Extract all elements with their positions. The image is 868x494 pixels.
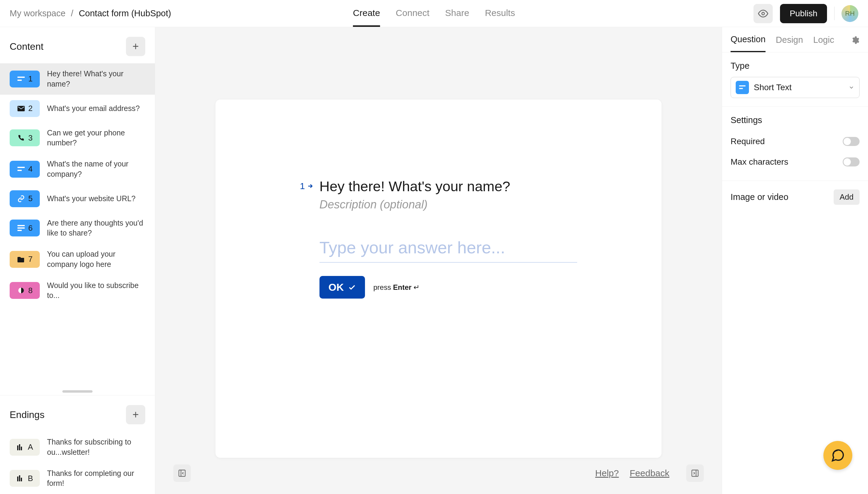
badge-number: 7 bbox=[28, 254, 33, 264]
chevron-down-icon bbox=[848, 84, 854, 91]
content-item-5[interactable]: 5 What's your website URL? bbox=[0, 185, 155, 213]
check-icon bbox=[348, 284, 356, 291]
short-text-icon bbox=[17, 165, 25, 173]
question-badge: 3 bbox=[9, 129, 40, 146]
chat-icon bbox=[831, 448, 845, 463]
add-ending-button[interactable]: + bbox=[126, 405, 145, 424]
enter-text: Enter bbox=[393, 283, 411, 291]
content-item-8[interactable]: 8 Would you like to subscribe to... bbox=[0, 275, 155, 306]
content-item-3[interactable]: 3 Can we get your phone number? bbox=[0, 122, 155, 154]
endings-heading: Endings bbox=[9, 409, 45, 420]
maxchars-row: Max characters bbox=[731, 152, 860, 172]
svg-rect-5 bbox=[18, 170, 22, 171]
phone-icon bbox=[17, 134, 25, 142]
right-tabs: Question Design Logic bbox=[722, 27, 868, 53]
canvas-area: 1 Hey there! What's your name? Descripti… bbox=[155, 27, 722, 494]
tab-design[interactable]: Design bbox=[776, 35, 803, 52]
badge-number: 2 bbox=[28, 104, 33, 113]
content-item-2[interactable]: 2 What's your email address? bbox=[0, 95, 155, 122]
ok-row: OK press Enter ↵ bbox=[319, 276, 577, 299]
ok-label: OK bbox=[329, 281, 344, 293]
topbar-actions: Publish RH bbox=[753, 4, 859, 23]
maxchars-label: Max characters bbox=[731, 157, 788, 167]
ending-badge: A bbox=[9, 439, 40, 456]
ending-icon bbox=[16, 474, 25, 482]
press-enter-hint: press Enter ↵ bbox=[373, 283, 419, 292]
long-text-icon bbox=[17, 224, 25, 232]
resize-handle[interactable] bbox=[62, 390, 93, 393]
chat-fab[interactable] bbox=[823, 441, 852, 470]
endings-section: Endings + A Thanks for subscribing to ou… bbox=[0, 395, 155, 494]
tab-connect[interactable]: Connect bbox=[396, 0, 430, 27]
feedback-link[interactable]: Feedback bbox=[630, 468, 669, 478]
question-canvas: 1 Hey there! What's your name? Descripti… bbox=[216, 99, 662, 458]
add-content-button[interactable]: + bbox=[126, 37, 145, 56]
settings-heading: Settings bbox=[731, 115, 860, 125]
svg-rect-10 bbox=[17, 445, 18, 450]
short-text-icon bbox=[739, 86, 746, 90]
canvas-footer: Help? Feedback bbox=[155, 464, 722, 482]
publish-button[interactable]: Publish bbox=[780, 4, 827, 23]
svg-rect-12 bbox=[21, 446, 22, 450]
breadcrumb: My workspace / Contact form (HubSpot) bbox=[9, 8, 171, 18]
content-list: 1 Hey there! What's your name? 2 What's … bbox=[0, 63, 155, 388]
add-media-button[interactable]: Add bbox=[834, 189, 860, 205]
svg-rect-8 bbox=[18, 230, 22, 231]
help-link[interactable]: Help? bbox=[595, 468, 619, 478]
svg-rect-1 bbox=[18, 77, 25, 78]
badge-number: 4 bbox=[28, 164, 33, 174]
type-badge bbox=[736, 81, 749, 94]
question-number: 1 bbox=[300, 181, 313, 191]
form-title[interactable]: Contact form (HubSpot) bbox=[79, 8, 171, 18]
workspace-link[interactable]: My workspace bbox=[9, 8, 65, 18]
required-toggle[interactable] bbox=[843, 137, 860, 146]
svg-rect-14 bbox=[19, 475, 20, 481]
question-badge: 4 bbox=[9, 161, 40, 178]
ending-item-b[interactable]: B Thanks for completing our form! bbox=[0, 463, 155, 494]
tab-results[interactable]: Results bbox=[485, 0, 515, 27]
collapse-left-button[interactable] bbox=[173, 464, 191, 482]
preview-button[interactable] bbox=[753, 4, 773, 23]
question-badge: 6 bbox=[9, 220, 40, 236]
ending-badge: B bbox=[9, 470, 40, 487]
badge-number: 8 bbox=[28, 286, 33, 295]
answer-input[interactable]: Type your answer here... bbox=[319, 235, 577, 263]
type-section: Type Short Text bbox=[722, 53, 868, 107]
content-item-4[interactable]: 4 What's the name of your company? bbox=[0, 153, 155, 185]
ok-button[interactable]: OK bbox=[319, 276, 365, 299]
svg-rect-11 bbox=[19, 444, 20, 450]
press-text: press bbox=[373, 283, 393, 291]
tab-logic[interactable]: Logic bbox=[813, 35, 834, 52]
content-item-1[interactable]: 1 Hey there! What's your name? bbox=[0, 63, 155, 95]
tab-question[interactable]: Question bbox=[731, 34, 766, 52]
tab-share[interactable]: Share bbox=[445, 0, 469, 27]
sidebar-right: Question Design Logic Type Short Text bbox=[722, 27, 868, 494]
maxchars-toggle[interactable] bbox=[843, 157, 860, 167]
content-heading: Content bbox=[9, 41, 43, 52]
footer-links: Help? Feedback bbox=[595, 468, 669, 478]
avatar[interactable]: RH bbox=[842, 5, 859, 22]
media-heading: Image or video bbox=[731, 192, 788, 202]
required-row: Required bbox=[731, 131, 860, 152]
settings-gear-button[interactable] bbox=[850, 36, 860, 51]
folder-icon bbox=[17, 255, 25, 264]
sidebar-left: Content + 1 Hey there! What's your name?… bbox=[0, 27, 155, 494]
collapse-right-button[interactable] bbox=[686, 464, 704, 482]
question-description-input[interactable]: Description (optional) bbox=[319, 198, 577, 211]
svg-rect-6 bbox=[18, 225, 25, 226]
contrast-icon bbox=[17, 286, 25, 294]
badge-number: 5 bbox=[28, 194, 33, 203]
type-heading: Type bbox=[731, 61, 860, 71]
svg-point-0 bbox=[762, 12, 765, 15]
ending-item-a[interactable]: A Thanks for subscribing to ou...wslette… bbox=[0, 432, 155, 463]
ending-icon bbox=[16, 443, 25, 452]
question-title-input[interactable]: Hey there! What's your name? bbox=[319, 178, 577, 194]
svg-rect-4 bbox=[18, 167, 25, 168]
endings-header: Endings + bbox=[0, 395, 155, 432]
tab-create[interactable]: Create bbox=[353, 0, 380, 27]
question-badge: 7 bbox=[9, 251, 40, 268]
content-item-7[interactable]: 7 You can upload your company logo here bbox=[0, 244, 155, 275]
type-select[interactable]: Short Text bbox=[731, 77, 860, 98]
svg-rect-2 bbox=[18, 80, 22, 81]
content-item-6[interactable]: 6 Are there any thoughts you'd like to s… bbox=[0, 213, 155, 244]
